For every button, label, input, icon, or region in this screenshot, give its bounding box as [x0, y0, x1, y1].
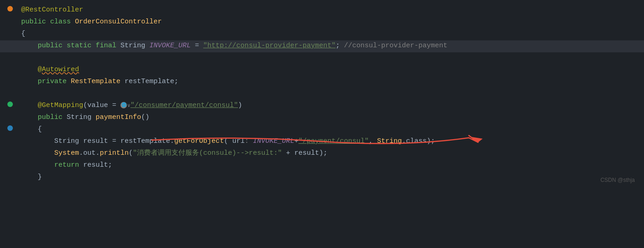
semicolon: ;: [336, 42, 344, 50]
class-system: System: [54, 149, 79, 157]
line-content-10: public String paymentInfo(): [17, 112, 644, 123]
indent-7: [21, 78, 38, 85]
kw-static: static: [67, 42, 96, 50]
annotation-restcontroller: @RestController: [21, 6, 83, 14]
globe-icon: 🌐: [120, 102, 127, 108]
paren-close-13: );: [319, 149, 327, 157]
line-content-1: @RestController: [17, 5, 644, 16]
line-content-6: @Autowired: [17, 64, 644, 75]
line-1: @RestController: [0, 5, 644, 17]
line-2: public class OrderConsulController: [0, 17, 644, 28]
var-result-13: result: [294, 149, 319, 157]
brace-open-11: {: [38, 125, 42, 133]
line-content-9: @GetMapping(value = 🌐∨"/consumer/payment…: [17, 100, 644, 111]
line-content-7: private RestTemplate restTemplate;: [17, 76, 644, 87]
invoke-url-ref: INVOKE_URL: [253, 137, 294, 145]
indent-10: [21, 113, 38, 121]
brace-open: {: [21, 30, 25, 38]
comment-text: //consul-provider-payment: [344, 42, 447, 50]
out-field: out: [83, 149, 96, 157]
path-string: "/payment/consul": [298, 137, 369, 145]
var-resttemplate: restTemplate;: [125, 78, 178, 85]
method-paymentinfo: paymentInfo: [96, 113, 141, 121]
line-9: @GetMapping(value = 🌐∨"/consumer/payment…: [0, 100, 644, 112]
url-string: "http://consul-provider-payment": [203, 42, 336, 50]
paren-open-12: (: [224, 137, 232, 145]
var-result: result: [83, 137, 108, 145]
comma-12: ,: [369, 137, 377, 145]
breakpoint-icon-9: [7, 101, 13, 107]
breakpoint-icon-1: [7, 6, 13, 11]
indent-13: [21, 149, 54, 157]
eq-12: =: [108, 137, 120, 145]
dot-2: .: [79, 149, 83, 157]
line-content-3: {: [17, 28, 644, 39]
kw-private: private: [38, 78, 71, 85]
kw-public: public: [21, 42, 67, 50]
annotation-autowired: @Autowired: [38, 66, 79, 73]
line-content-5: [17, 52, 644, 63]
gutter-1: [0, 6, 17, 11]
paren-close-9: ): [238, 101, 242, 109]
colon-param: :: [245, 137, 253, 145]
line-12: String result = restTemplate.getForObjec…: [0, 136, 644, 148]
plus-13: +: [282, 149, 294, 157]
annotation-getmapping: @GetMapping: [38, 101, 83, 109]
chevron-icon: ∨: [127, 103, 131, 108]
type-string-12: String: [54, 137, 83, 145]
line-3: {: [0, 28, 644, 40]
line-15: }: [0, 172, 644, 184]
gutter-9: [0, 101, 17, 107]
mapping-url: "/consumer/payment/consul": [131, 101, 238, 109]
eq-9: =: [108, 101, 120, 109]
line-content-12: String result = restTemplate.getForObjec…: [17, 136, 644, 147]
invoke-url-var: INVOKE_URL: [149, 42, 191, 50]
line-content-15: }: [17, 172, 644, 183]
value-param: value: [87, 101, 108, 109]
class-string-12: String: [377, 137, 402, 145]
type-resttemplate: RestTemplate: [71, 78, 125, 85]
indent-14: [21, 161, 54, 169]
line-content-13: System.out.println("消费者调用支付服务(consule)--…: [17, 148, 644, 159]
equals: =: [191, 42, 203, 50]
indent-11: [21, 125, 38, 133]
line-8: [0, 88, 644, 100]
line-7: private RestTemplate restTemplate;: [0, 76, 644, 88]
indent-15: [21, 173, 38, 181]
brace-close-15: }: [38, 173, 42, 181]
parens-10: (): [141, 113, 149, 121]
line-content-8: [17, 88, 644, 99]
gutter-11: [0, 125, 17, 131]
kw-return: return: [54, 161, 83, 169]
line-10: public String paymentInfo(): [0, 112, 644, 124]
type-string-10: String: [67, 113, 96, 121]
paren-open-13: (: [129, 149, 133, 157]
line-5: [0, 52, 644, 64]
watermark: CSDN @sthja: [600, 176, 635, 185]
dot-3: .: [96, 149, 100, 157]
keyword-public: public: [21, 18, 50, 26]
line-11: {: [0, 124, 644, 136]
breakpoint-icon-11: [7, 125, 13, 131]
param-url: url: [232, 137, 245, 145]
indent-6: [21, 66, 38, 73]
line-content-11: {: [17, 124, 644, 135]
plus-12: +: [294, 137, 298, 145]
line-content-14: return result;: [17, 160, 644, 171]
dot-1: .: [170, 137, 174, 145]
class-suffix: .class);: [402, 137, 435, 145]
type-string: String: [120, 42, 149, 50]
classname: OrderConsulController: [75, 18, 162, 26]
paren-open-9: (: [83, 101, 87, 109]
kw-public-10: public: [38, 113, 67, 121]
method-println: println: [100, 149, 129, 157]
line-content-4: public static final String INVOKE_URL = …: [17, 40, 644, 51]
obj-resttemplate: restTemplate: [120, 137, 170, 145]
code-editor: @RestController public class OrderConsul…: [0, 0, 644, 188]
line-content-2: public class OrderConsulController: [17, 17, 644, 28]
keyword-class: class: [50, 18, 75, 26]
line-14: return result;: [0, 160, 644, 172]
method-getforobject: getForObject: [174, 137, 224, 145]
var-result-14: result;: [83, 161, 112, 169]
indent-9: [21, 101, 38, 109]
